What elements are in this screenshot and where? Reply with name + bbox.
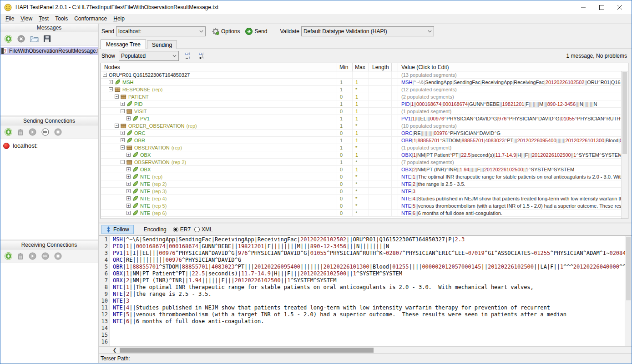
tree-row[interactable]: −ORDER_OBSERVATION(rep)1*(10 populated s… — [101, 122, 628, 130]
expand-node-icon[interactable]: + — [121, 102, 125, 106]
value-cell[interactable]: NTE|4||Studies published in NEJM show th… — [398, 195, 628, 202]
value-cell[interactable]: (1 populated segment) — [398, 108, 628, 115]
collapse-node-icon[interactable]: − — [115, 95, 119, 99]
destination-combobox[interactable]: localhost: — [116, 26, 206, 36]
menu-item-help[interactable]: Help — [110, 15, 128, 23]
expand-node-icon[interactable]: + — [109, 80, 113, 84]
editor-line[interactable]: 4ORC|RE||||||||||00976^PHYSICIAN^DAVID^G — [99, 257, 625, 264]
maximize-button[interactable] — [592, 1, 611, 14]
start-connection-icon[interactable] — [29, 128, 36, 136]
menu-item-file[interactable]: File — [2, 15, 17, 23]
encoding-radio-xml[interactable]: XML — [194, 226, 213, 233]
add-message-button[interactable] — [5, 35, 12, 43]
editor-line[interactable]: 12NTE|5||venous thromboembolism (with a … — [99, 311, 625, 318]
menu-item-conformance[interactable]: Conformance — [71, 15, 110, 23]
validation-combobox[interactable]: Default Datatype Validation (HAPI) — [301, 26, 434, 36]
minimize-button[interactable] — [574, 1, 592, 14]
save-icon[interactable] — [44, 35, 51, 42]
message-source-editor[interactable]: 1MSH|^~\&|SendingApp|SendingFac|Receivin… — [99, 235, 632, 346]
expand-node-icon[interactable]: + — [121, 138, 125, 142]
value-cell[interactable]: (13 populated segments) — [398, 71, 628, 78]
options-button[interactable]: Options — [209, 27, 243, 36]
radio-icon[interactable] — [173, 227, 178, 232]
editor-line[interactable]: 14 — [99, 325, 625, 332]
encoding-radio-er7[interactable]: ER7 — [173, 226, 191, 233]
value-cell[interactable]: OBR|1|88855701^STDOM|88855701|4083023^PT… — [398, 137, 628, 144]
expand-node-icon[interactable]: + — [126, 175, 131, 179]
value-cell[interactable]: ORC|RE||||||||||00976^PHYSICIAN^DAVID^G — [398, 130, 628, 136]
expand-node-icon[interactable]: + — [126, 204, 131, 208]
tab-message-tree[interactable]: Message Tree — [101, 40, 146, 49]
editor-line[interactable]: 9NTE|2||the range is 2.5 - 3.5. — [99, 291, 625, 298]
expand-node-icon[interactable]: + — [126, 116, 131, 120]
collapse-node-icon[interactable]: − — [121, 145, 125, 150]
start-all-connections-icon[interactable] — [41, 128, 49, 136]
value-cell[interactable]: PV1|1|I||EL|||00976^PHYSICIAN^DAVID^G|97… — [398, 115, 628, 122]
collapse-all-button[interactable] — [182, 51, 192, 60]
tree-row[interactable]: −RESPONSE(rep)1*(12 populated segments) — [101, 86, 628, 93]
collapse-node-icon[interactable]: − — [121, 109, 125, 113]
column-header-nodes[interactable]: Nodes — [101, 63, 337, 71]
editor-line[interactable]: 13NTE|6||6 months of full dose anti-coag… — [99, 318, 625, 325]
expand-all-button[interactable] — [196, 51, 206, 60]
close-message-button[interactable] — [17, 35, 25, 43]
menu-item-view[interactable]: View — [17, 15, 35, 23]
show-combobox[interactable]: Populated — [119, 51, 179, 61]
editor-vertical-scrollbar[interactable] — [625, 236, 632, 346]
value-cell[interactable]: OBX|1|NM|PT Patient^PT||22.5|second(s)|1… — [398, 151, 628, 158]
value-cell[interactable]: OBX|2|NM|PT (INR)^INR||1.94||||||F|||201… — [398, 166, 628, 173]
value-cell[interactable]: NTE|5||venous thromboembolism (with a ta… — [398, 202, 628, 209]
start-connection-icon[interactable] — [29, 252, 36, 260]
tab-sending[interactable]: Sending — [147, 40, 177, 49]
column-header-length[interactable]: Length — [369, 63, 392, 71]
editor-line[interactable]: 15 — [99, 332, 625, 339]
expand-node-icon[interactable]: + — [126, 167, 131, 171]
scrollbar-thumb[interactable] — [120, 348, 374, 353]
editor-line[interactable]: 3PV1|1|I||EL|||00976^PHYSICIAN^DAVID^G|9… — [99, 250, 625, 257]
collapse-node-icon[interactable]: − — [121, 160, 125, 164]
tree-row[interactable]: +NTE(rep 6)0*NTE|6||6 months of full dos… — [101, 209, 628, 217]
collapse-node-icon[interactable]: − — [115, 124, 119, 128]
tree-row[interactable]: +NTE(rep 5)0*NTE|5||venous thromboemboli… — [101, 202, 628, 209]
tree-row[interactable]: −PATIENT01(2 populated segments) — [101, 93, 628, 100]
editor-line[interactable]: 16 — [99, 339, 625, 345]
expand-node-icon[interactable]: + — [121, 131, 125, 135]
send-button[interactable]: Send — [243, 27, 270, 36]
menu-item-test[interactable]: Test — [35, 15, 52, 23]
value-cell[interactable]: NTE|2||the range is 2.5 - 3.5. — [398, 180, 628, 187]
value-cell[interactable]: MSH|^~\&|SendingApp|SendingFac|Receiving… — [398, 79, 628, 85]
tree-row[interactable]: +NTE(rep 2)0*NTE|2||the range is 2.5 - 3… — [101, 180, 628, 188]
value-cell[interactable]: (1 populated segment) — [398, 144, 628, 151]
scroll-left-arrow[interactable]: ❮ — [111, 347, 118, 354]
column-header-max[interactable]: Max — [353, 63, 369, 71]
tree-row[interactable]: +MSH11MSH|^~\&|SendingApp|SendingFac|Rec… — [101, 79, 628, 86]
expand-node-icon[interactable]: + — [126, 153, 131, 157]
editor-line[interactable]: 1MSH|^~\&|SendingApp|SendingFac|Receivin… — [99, 236, 625, 243]
expand-node-icon[interactable]: + — [126, 189, 131, 193]
editor-line[interactable]: 11NTE|4||Studies published in NEJM show … — [99, 304, 625, 311]
tree-row[interactable]: +OBR11OBR|1|88855701^STDOM|88855701|4083… — [101, 137, 628, 144]
tree-row[interactable]: +NTE(rep 3)0*NTE|3 — [101, 188, 628, 195]
radio-icon[interactable] — [194, 227, 200, 232]
value-cell[interactable]: (2 populated segments) — [398, 93, 628, 100]
tree-row[interactable]: +ORC01ORC|RE||||||||||00976^PHYSICIAN^DA… — [101, 130, 628, 137]
value-cell[interactable]: (10 populated segments) — [398, 122, 628, 129]
stop-connection-icon[interactable] — [54, 128, 62, 136]
column-header-min[interactable]: Min — [337, 63, 353, 71]
add-connection-button[interactable] — [5, 128, 12, 136]
scrollbar-thumb[interactable] — [622, 72, 627, 154]
expand-node-icon[interactable]: + — [126, 211, 131, 215]
tree-row[interactable]: +PID11PID|1||000168674|000168674|GUNN^BE… — [101, 100, 628, 108]
editor-line[interactable]: 10NTE|3 — [99, 298, 625, 304]
tree-row[interactable]: +NTE(rep 4)0*NTE|4||Studies published in… — [101, 195, 628, 202]
tree-row[interactable]: +OBX01OBX|1|NM|PT Patient^PT||22.5|secon… — [101, 151, 628, 159]
sending-connection-item[interactable]: localhost: — [0, 139, 98, 149]
menu-item-tools[interactable]: Tools — [52, 15, 71, 23]
close-button[interactable] — [611, 1, 629, 14]
start-all-connections-icon[interactable] — [41, 252, 49, 260]
editor-line[interactable]: 2PID|1||000168674|000168674|GUNN^BEBE||1… — [99, 243, 625, 250]
collapse-node-icon[interactable]: − — [103, 73, 107, 77]
tree-row[interactable]: −VISIT01(1 populated segment) — [101, 108, 628, 115]
stop-connection-icon[interactable] — [54, 252, 62, 260]
tree-row[interactable]: −ORU^R01 Q161522306T164850327(13 populat… — [101, 71, 628, 79]
